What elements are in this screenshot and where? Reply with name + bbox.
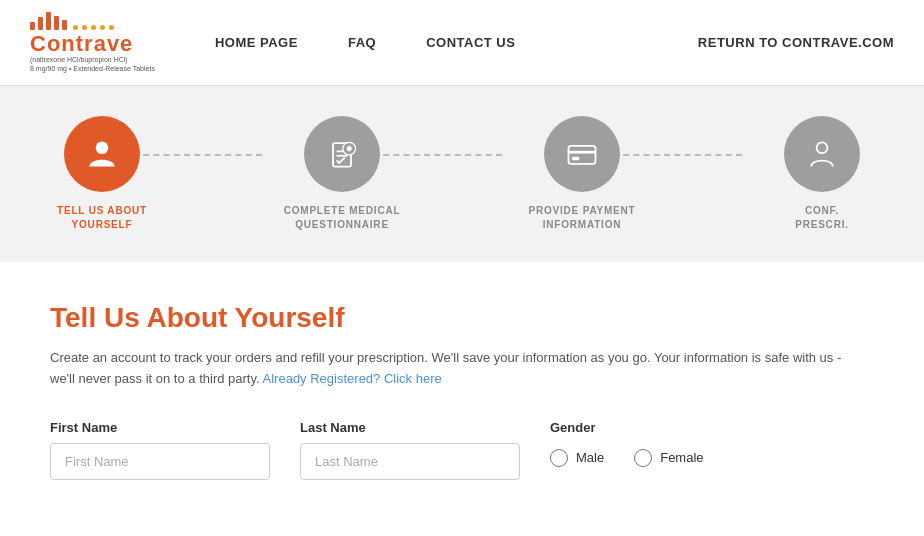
navigation: HOME PAGE FAQ CONTACT US RETURN TO CONTR…: [215, 35, 894, 50]
page-title: Tell Us About Yourself: [50, 302, 850, 334]
bar1: [30, 22, 35, 30]
step-3-label: PROVIDE PAYMENTINFORMATION: [528, 204, 635, 232]
header: Contrave (naltrexone HCl/bupropion HCl) …: [0, 0, 924, 86]
step-1: TELL US ABOUTYOURSELF: [22, 116, 182, 232]
bar4: [54, 16, 59, 30]
nav-return[interactable]: RETURN TO CONTRAVE.COM: [698, 35, 894, 50]
first-name-group: First Name: [50, 420, 270, 480]
step-4-label: CONF.PRESCRI.: [795, 204, 849, 232]
dot1: [73, 25, 78, 30]
page-description: Create an account to track your orders a…: [50, 348, 850, 390]
gender-options: Male Female: [550, 443, 704, 467]
step-4: CONF.PRESCRI.: [742, 116, 902, 232]
nav-home[interactable]: HOME PAGE: [215, 35, 298, 50]
bar5: [62, 20, 67, 30]
bar2: [38, 17, 43, 30]
person-icon: [84, 136, 120, 172]
svg-rect-9: [569, 146, 596, 164]
logo-sub1: (naltrexone HCl/bupropion HCl): [30, 55, 155, 64]
dot3: [91, 25, 96, 30]
questionnaire-icon: [324, 136, 360, 172]
step-4-circle: [784, 116, 860, 192]
payment-icon: [564, 136, 600, 172]
logo-bars: [30, 12, 67, 30]
step-2-label: COMPLETE MEDICALQUESTIONNAIRE: [284, 204, 401, 232]
last-name-input[interactable]: [300, 443, 520, 480]
nav-contact[interactable]: CONTACT US: [426, 35, 515, 50]
logo-name: Contrave: [30, 33, 155, 55]
step-3: PROVIDE PAYMENTINFORMATION: [502, 116, 662, 232]
svg-point-12: [817, 142, 828, 153]
already-registered-link[interactable]: Already Registered? Click here: [263, 371, 442, 386]
svg-point-0: [96, 142, 109, 155]
gender-female-radio[interactable]: [634, 449, 652, 467]
last-name-group: Last Name: [300, 420, 520, 480]
step-2: COMPLETE MEDICALQUESTIONNAIRE: [262, 116, 422, 232]
last-name-label: Last Name: [300, 420, 520, 435]
gender-label: Gender: [550, 420, 704, 435]
gender-male-label: Male: [576, 450, 604, 465]
desc-text: Create an account to track your orders a…: [50, 350, 841, 386]
prescription-icon: [804, 136, 840, 172]
logo-sub2: 8 mg/90 mg • Extended-Release Tablets: [30, 64, 155, 73]
svg-rect-11: [572, 157, 579, 161]
step-1-circle: [64, 116, 140, 192]
registration-form: First Name Last Name Gender Male Female: [50, 420, 850, 480]
logo-dots: [73, 25, 114, 30]
bar3: [46, 12, 51, 30]
nav-faq[interactable]: FAQ: [348, 35, 376, 50]
dot2: [82, 25, 87, 30]
gender-female-option: Female: [634, 449, 703, 467]
main-content: Tell Us About Yourself Create an account…: [0, 262, 900, 520]
step-2-circle: [304, 116, 380, 192]
gender-group: Gender Male Female: [550, 420, 704, 467]
step-1-label: TELL US ABOUTYOURSELF: [57, 204, 147, 232]
step-3-circle: [544, 116, 620, 192]
logo-area: Contrave (naltrexone HCl/bupropion HCl) …: [30, 12, 155, 73]
gender-male-radio[interactable]: [550, 449, 568, 467]
dot4: [100, 25, 105, 30]
first-name-input[interactable]: [50, 443, 270, 480]
first-name-label: First Name: [50, 420, 270, 435]
steps-banner: TELL US ABOUTYOURSELF COMPLETE: [0, 86, 924, 262]
dot5: [109, 25, 114, 30]
gender-male-option: Male: [550, 449, 604, 467]
steps-container: TELL US ABOUTYOURSELF COMPLETE: [22, 116, 902, 232]
gender-female-label: Female: [660, 450, 703, 465]
